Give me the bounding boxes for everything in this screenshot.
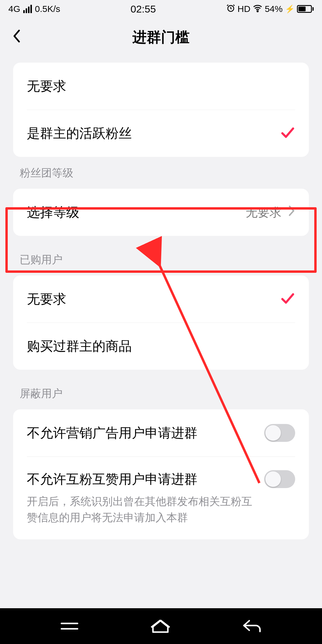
row-label: 不允许营销广告用户申请进群 [27, 424, 197, 442]
toggle-block-mutual[interactable]: 不允许互粉互赞用户申请进群 开启后，系统识别出曾在其他群发布相关互粉互赞信息的用… [13, 456, 309, 539]
option-bought-goods[interactable]: 购买过群主的商品 [13, 323, 309, 370]
android-back-button[interactable] [241, 618, 263, 634]
section-purchased-title: 已购用户 [13, 236, 309, 275]
section-blocked-title: 屏蔽用户 [13, 370, 309, 409]
toggle-switch[interactable] [264, 424, 295, 442]
svg-line-5 [151, 620, 160, 627]
section-fanlevel-title: 粉丝团等级 [13, 157, 309, 189]
option-purchased-none[interactable]: 无要求 [13, 275, 309, 323]
blocked-card: 不允许营销广告用户申请进群 不允许互粉互赞用户申请进群 开启后，系统识别出曾在其… [13, 409, 309, 539]
row-label: 选择等级 [27, 204, 79, 221]
network-speed: 0.5K/s [35, 4, 60, 14]
option-label: 无要求 [27, 78, 66, 95]
status-time: 02:55 [131, 3, 156, 15]
recents-button[interactable] [59, 619, 80, 634]
battery-icon [297, 5, 314, 13]
fanlevel-card: 选择等级 无要求 [13, 189, 309, 236]
svg-point-1 [257, 10, 258, 12]
alarm-icon [226, 4, 235, 15]
toggle-block-ads[interactable]: 不允许营销广告用户申请进群 [13, 409, 309, 456]
option-label: 无要求 [27, 290, 66, 308]
chevron-right-icon [288, 205, 295, 219]
system-nav-bar [0, 608, 322, 644]
select-level-row[interactable]: 选择等级 无要求 [13, 189, 309, 236]
option-no-requirement[interactable]: 无要求 [13, 63, 309, 110]
wifi-icon [253, 3, 262, 15]
option-active-fan[interactable]: 是群主的活跃粉丝 [13, 110, 309, 157]
row-value: 无要求 [246, 204, 281, 221]
page-title: 进群门槛 [0, 28, 322, 47]
home-button[interactable] [150, 618, 171, 634]
signal-icon [23, 5, 32, 13]
option-label: 是群主的活跃粉丝 [27, 125, 132, 142]
check-icon [280, 127, 295, 140]
svg-line-6 [160, 620, 170, 627]
network-type: 4G [8, 4, 20, 14]
row-label: 不允许互粉互赞用户申请进群 [27, 470, 197, 488]
status-left: 4G 0.5K/s [8, 4, 60, 14]
requirement-card: 无要求 是群主的活跃粉丝 [13, 63, 309, 157]
toggle-switch[interactable] [264, 470, 295, 488]
charging-icon: ⚡ [285, 4, 295, 14]
row-subtext: 开启后，系统识别出曾在其他群发布相关互粉互赞信息的用户将无法申请加入本群 [27, 493, 259, 526]
battery-percent: 54% [265, 4, 283, 14]
check-icon [280, 292, 295, 306]
hd-label: HD [238, 4, 250, 14]
nav-header: 进群门槛 [0, 18, 322, 57]
status-right: HD 54% ⚡ [226, 3, 314, 15]
option-label: 购买过群主的商品 [27, 338, 132, 355]
purchased-card: 无要求 购买过群主的商品 [13, 275, 309, 370]
status-bar: 4G 0.5K/s 02:55 HD 54% ⚡ [0, 0, 322, 18]
